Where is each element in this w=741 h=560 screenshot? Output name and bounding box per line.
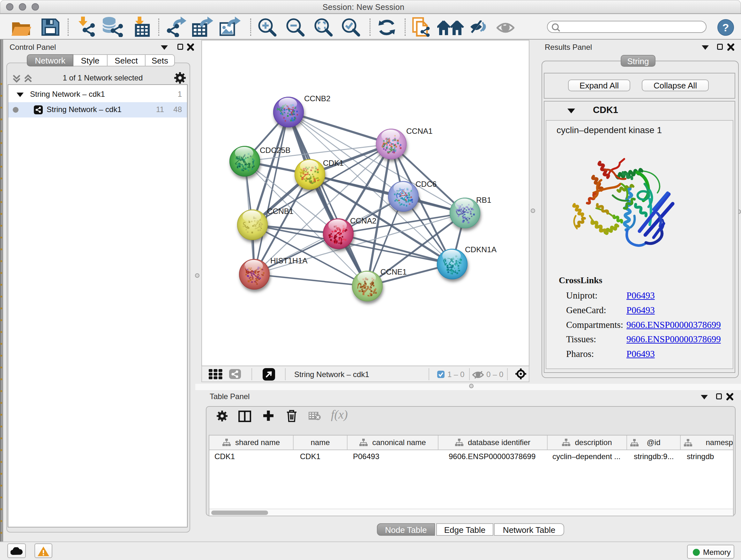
svg-text:CCNB2: CCNB2 (304, 94, 331, 103)
svg-text:?: ? (723, 21, 729, 34)
svg-text:CDC25B: CDC25B (260, 146, 290, 154)
svg-text:HIST1H1A: HIST1H1A (270, 256, 308, 265)
svg-text:CCNE1: CCNE1 (381, 267, 407, 276)
svg-text:CDC6: CDC6 (415, 180, 436, 188)
svg-text:CDKN1A: CDKN1A (465, 245, 497, 254)
svg-text:CCNA2: CCNA2 (350, 216, 377, 225)
svg-text:CCNA1: CCNA1 (406, 127, 433, 135)
svg-text:CDK1: CDK1 (323, 159, 344, 167)
svg-text:RB1: RB1 (476, 196, 491, 204)
svg-text:CCNB1: CCNB1 (267, 207, 293, 215)
